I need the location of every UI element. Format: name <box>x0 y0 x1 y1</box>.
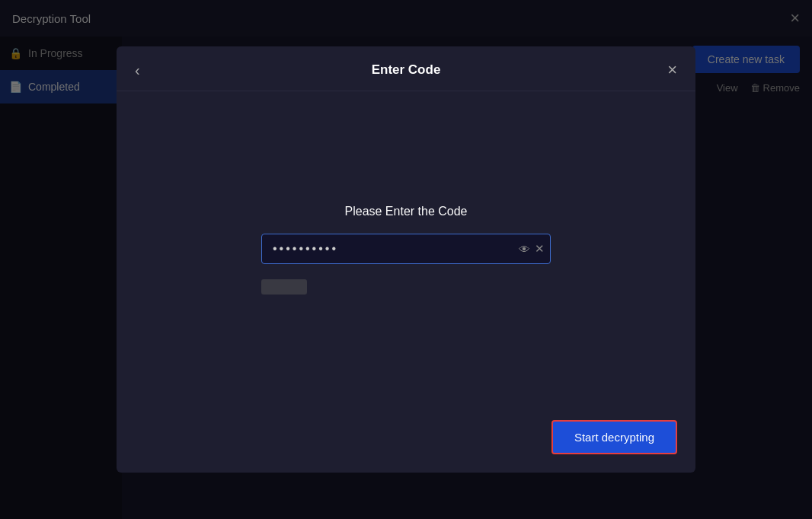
code-prompt-label: Please Enter the Code <box>345 205 468 218</box>
dropdown-hint <box>261 279 307 295</box>
start-decrypting-button[interactable]: Start decrypting <box>551 420 677 454</box>
code-input-icons: 👁 ✕ <box>519 242 545 256</box>
enter-code-modal: ‹ Enter Code × Please Enter the Code 👁 ✕… <box>117 46 695 473</box>
modal-footer: Start decrypting <box>117 408 695 473</box>
clear-input-icon[interactable]: ✕ <box>535 242 545 256</box>
modal-title: Enter Code <box>372 62 441 78</box>
code-input-wrapper: 👁 ✕ <box>261 234 551 264</box>
show-password-icon[interactable]: 👁 <box>519 243 530 256</box>
code-input[interactable] <box>261 234 551 264</box>
modal-close-button[interactable]: × <box>667 62 677 78</box>
modal-header: ‹ Enter Code × <box>117 46 695 91</box>
modal-back-button[interactable]: ‹ <box>135 62 140 78</box>
modal-body: Please Enter the Code 👁 ✕ <box>117 91 695 408</box>
